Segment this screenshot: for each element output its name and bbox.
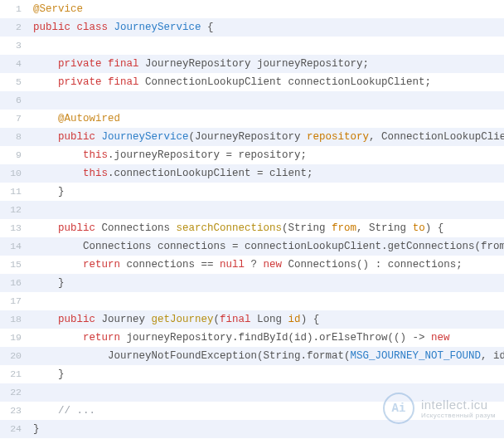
token-plain: JourneyRepository journeyRepository; (145, 58, 369, 70)
line-number: 11 (0, 183, 30, 201)
line-number: 10 (0, 164, 30, 183)
code-content: private final JourneyRepository journeyR… (30, 55, 504, 73)
line-number: 23 (0, 402, 30, 420)
token-anno: @Autowired (58, 113, 120, 124)
line-number: 3 (0, 37, 30, 55)
token-plain: Connections() : connections; (288, 259, 463, 271)
token-keyword: private (58, 58, 108, 70)
token-keyword: null (220, 259, 245, 271)
token-plain: } (58, 186, 65, 198)
code-line: 9 this.journeyRepository = repository; (0, 146, 504, 164)
code-line: 4 private final JourneyRepository journe… (0, 55, 504, 73)
code-line: 13 public Connections searchConnections(… (0, 219, 504, 237)
code-line: 12 (0, 201, 504, 219)
code-line: 15 return connections == null ? new Conn… (0, 256, 504, 274)
line-number: 22 (0, 383, 30, 402)
line-number: 14 (0, 237, 30, 256)
token-plain: Connections connections = connectionLook… (83, 241, 504, 252)
token-plain: .journeyRepository = repository; (108, 149, 307, 161)
code-line: 22 (0, 383, 504, 402)
code-line: 19 return journeyRepository.findById(id)… (0, 329, 504, 347)
code-content: public Connections searchConnections(Str… (30, 219, 504, 237)
token-keyword: public (33, 22, 77, 33)
token-param: from (332, 222, 356, 234)
token-plain: (String (282, 222, 332, 234)
code-line: 8 public JourneyService(JourneyRepositor… (0, 128, 504, 146)
line-number: 6 (0, 91, 30, 110)
token-const: MSG_JOURNEY_NOT_FOUND (351, 350, 482, 362)
code-content: private final ConnectionLookupClient con… (30, 73, 504, 91)
code-content: JourneyNotFoundException(String.format(M… (30, 347, 504, 365)
code-content: } (30, 183, 504, 201)
code-line: 16 } (0, 274, 504, 292)
line-number: 18 (0, 310, 30, 329)
token-comment: // ... (58, 405, 95, 417)
token-keyword: return (83, 259, 127, 271)
line-number: 1 (0, 0, 30, 18)
code-content: public class JourneyService { (30, 18, 504, 37)
code-content: public Journey getJourney(final Long id)… (30, 310, 504, 329)
code-line: 24} (0, 420, 504, 438)
code-line: 3 (0, 37, 504, 55)
code-content: return journeyRepository.findById(id).or… (30, 329, 504, 347)
line-number: 8 (0, 128, 30, 146)
code-content: } (30, 420, 504, 438)
token-plain: connections == (127, 259, 220, 271)
line-number: 12 (0, 201, 30, 219)
token-plain: ConnectionLookupClient connectionLookupC… (145, 76, 431, 88)
token-keyword: this (83, 149, 108, 161)
code-content: } (30, 274, 504, 292)
token-plain: , ConnectionLookupClient (369, 131, 504, 143)
code-line: 23 // ... (0, 402, 504, 420)
code-line: 10 this.connectionLookupClient = client; (0, 164, 504, 183)
token-keyword: class (77, 22, 114, 33)
token-keyword: new (264, 259, 288, 271)
token-plain: , String (356, 222, 413, 234)
token-keyword: this (83, 168, 108, 179)
token-keyword: final (220, 314, 257, 325)
token-keyword: return (83, 332, 127, 344)
code-line: 1@Service (0, 0, 504, 18)
token-class: JourneyService (102, 131, 189, 143)
line-number: 19 (0, 329, 30, 347)
token-anno: @Service (33, 3, 83, 15)
code-line: 6 (0, 91, 504, 110)
code-line: 2public class JourneyService { (0, 18, 504, 37)
code-block: 1@Service2public class JourneyService {3… (0, 0, 504, 438)
line-number: 15 (0, 256, 30, 274)
code-line: 17 (0, 292, 504, 310)
token-class: JourneyService (114, 22, 201, 33)
line-number: 9 (0, 146, 30, 164)
line-number: 17 (0, 292, 30, 310)
code-content: return connections == null ? new Connect… (30, 256, 504, 274)
token-plain: .connectionLookupClient = client; (108, 168, 313, 179)
line-number: 24 (0, 420, 30, 438)
line-number: 21 (0, 365, 30, 383)
line-number: 7 (0, 110, 30, 128)
line-number: 13 (0, 219, 30, 237)
token-plain: ( (214, 314, 220, 325)
code-content: @Service (30, 0, 504, 18)
token-plain: ) { (301, 314, 320, 325)
token-param: id (288, 314, 301, 325)
token-keyword: private (58, 76, 108, 88)
token-plain: { (201, 22, 214, 33)
code-line: 14 Connections connections = connectionL… (0, 237, 504, 256)
token-method: getJourney (152, 314, 214, 325)
token-plain: , id))); (481, 350, 504, 362)
token-plain: } (58, 368, 65, 380)
token-keyword: final (108, 58, 145, 70)
code-line: 20 JourneyNotFoundException(String.forma… (0, 347, 504, 365)
line-number: 4 (0, 55, 30, 73)
code-content: Connections connections = connectionLook… (30, 237, 504, 256)
line-number: 2 (0, 18, 30, 37)
token-plain: ) { (425, 222, 444, 234)
token-keyword: new (431, 332, 450, 344)
token-plain: ? (245, 259, 264, 271)
line-number: 20 (0, 347, 30, 365)
line-number: 16 (0, 274, 30, 292)
token-plain: } (33, 423, 40, 435)
token-keyword: final (108, 76, 145, 88)
token-plain: (JourneyRepository (189, 131, 308, 143)
code-content: @Autowired (30, 110, 504, 128)
